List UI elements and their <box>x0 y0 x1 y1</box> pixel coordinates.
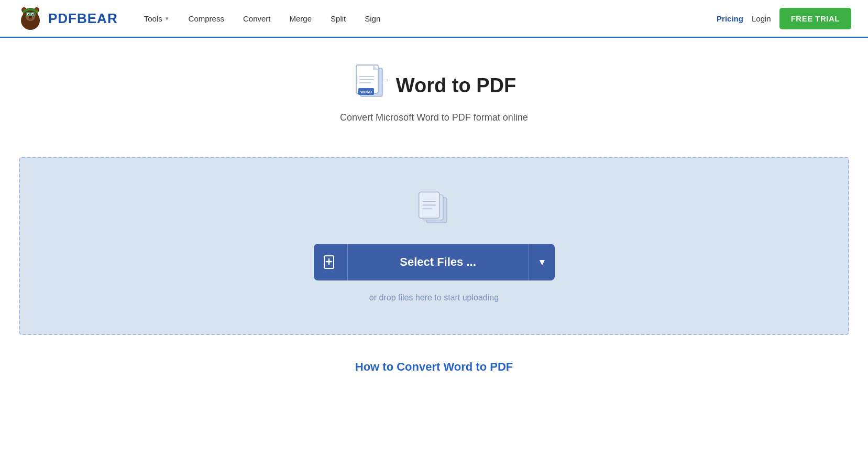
free-trial-button[interactable]: FREE TRIAL <box>779 8 851 29</box>
main-nav: Tools ▼ Compress Convert Merge Split Sig… <box>135 10 717 27</box>
drop-hint: or drop files here to start uploading <box>369 293 499 302</box>
add-file-icon <box>314 244 348 280</box>
nav-compress[interactable]: Compress <box>179 10 234 27</box>
page-title: Word to PDF <box>396 74 516 97</box>
nav-split[interactable]: Split <box>321 10 355 27</box>
nav-merge[interactable]: Merge <box>280 10 322 27</box>
page-subtitle: Convert Microsoft Word to PDF format onl… <box>17 112 851 123</box>
tools-dropdown-arrow: ▼ <box>164 16 170 21</box>
svg-point-14 <box>29 16 32 18</box>
svg-point-9 <box>28 14 29 15</box>
nav-right: Pricing Login FREE TRIAL <box>717 8 851 29</box>
select-files-button[interactable]: Select Files ... ▾ <box>314 244 555 280</box>
nav-convert[interactable]: Convert <box>234 10 280 27</box>
select-files-label: Select Files ... <box>348 255 529 269</box>
nav-sign[interactable]: Sign <box>355 10 390 27</box>
svg-text:WORD: WORD <box>360 90 372 94</box>
svg-text:→: → <box>381 74 388 85</box>
logo-icon <box>17 5 44 32</box>
how-to-title: How to Convert Word to PDF <box>17 360 851 374</box>
hero-section: WORD → Word to PDF Convert Microsoft Wor… <box>0 38 868 140</box>
dropzone[interactable]: Select Files ... ▾ or drop files here to… <box>19 157 849 335</box>
pricing-link[interactable]: Pricing <box>717 14 743 23</box>
how-to-section: How to Convert Word to PDF <box>0 352 868 382</box>
nav-tools[interactable]: Tools ▼ <box>135 10 179 27</box>
dropdown-arrow-icon[interactable]: ▾ <box>529 244 555 280</box>
logo-text: PDFBEAR <box>48 10 118 27</box>
login-link[interactable]: Login <box>752 14 771 23</box>
svg-point-10 <box>32 14 33 15</box>
header: PDFBEAR Tools ▼ Compress Convert Merge S… <box>0 0 868 38</box>
files-icon <box>413 189 455 231</box>
word-to-pdf-icon: WORD → <box>352 63 388 103</box>
logo[interactable]: PDFBEAR <box>17 5 118 32</box>
